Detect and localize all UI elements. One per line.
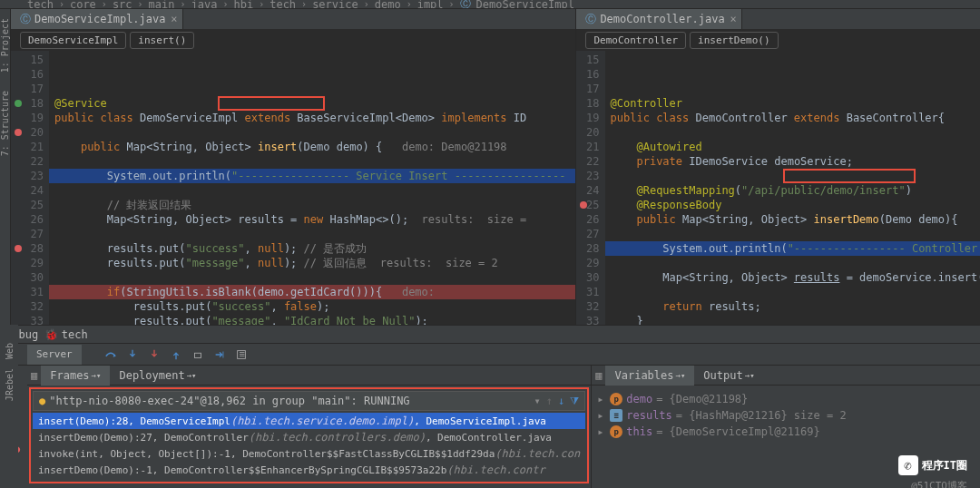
wechat-icon: ✆	[898, 455, 918, 475]
step-over-icon[interactable]	[100, 344, 122, 366]
variable-row[interactable]: ▸pdemo = {Demo@21198}	[597, 391, 975, 407]
watermark: ✆ 程序IT圈 @51CTO博客	[898, 455, 967, 475]
project-tool-tab[interactable]: 1: Project	[0, 18, 10, 73]
stack-frame[interactable]: insert(Demo):28, DemoServiceImpl (hbi.te…	[33, 413, 585, 429]
drop-frame-icon[interactable]	[187, 344, 209, 366]
crumb-class[interactable]: DemoController	[585, 32, 686, 49]
debug-panel: Debug 🐞tech Server ≡ ↻ ▶ ■ ●● ⊘ ▦ Frames…	[0, 325, 980, 488]
bug-icon: 🐞	[44, 328, 58, 341]
svg-rect-0	[194, 353, 201, 357]
run-to-cursor-icon[interactable]	[209, 344, 230, 366]
output-tab[interactable]: Output→▾	[694, 366, 763, 386]
stack-frames-list[interactable]: insert(Demo):28, DemoServiceImpl (hbi.te…	[33, 413, 585, 478]
left-tool-strip: 1: Project 7: Structure	[0, 9, 11, 325]
frames-tab[interactable]: Frames→▾	[41, 366, 110, 386]
step-out-icon[interactable]	[165, 344, 187, 366]
variable-row[interactable]: ▸pthis = {DemoServiceImpl@21169}	[597, 424, 975, 440]
file-tab-democontroller[interactable]: ⒸDemoController.java×	[576, 9, 741, 29]
file-tab-demoserviceimpl[interactable]: ⒸDemoServiceImpl.java×	[11, 9, 183, 29]
filter-icon[interactable]: ⧩	[570, 395, 579, 407]
close-icon[interactable]: ×	[730, 13, 736, 25]
force-step-into-icon[interactable]	[143, 344, 165, 366]
frames-icon: ▦	[31, 369, 37, 382]
deployment-tab[interactable]: Deployment→▾	[110, 366, 205, 386]
svg-rect-1	[222, 351, 223, 357]
stack-frame[interactable]: invoke(int, Object, Object[]):-1, DemoCo…	[33, 445, 585, 462]
variables-tab[interactable]: Variables→▾	[605, 366, 694, 386]
server-tab[interactable]: Server	[27, 345, 82, 365]
far-left-strip: Web JRebel	[0, 325, 18, 488]
path-breadcrumbs: tech›core›src›main›java›hbi›tech›service…	[0, 0, 980, 9]
debug-toolbar: Server ≡	[0, 344, 980, 366]
jrebel-tool-tab[interactable]: JRebel	[5, 368, 15, 401]
stack-frame[interactable]: insertDemo(Demo):-1, DemoController$$Enh…	[33, 462, 585, 478]
editor-left: ⒸDemoServiceImpl.java× DemoServiceImpl i…	[11, 9, 576, 325]
crumb-method[interactable]: insertDemo()	[690, 32, 778, 49]
vars-icon: ▦	[595, 369, 602, 382]
svg-text:≡: ≡	[239, 348, 244, 359]
thread-selector[interactable]: ●"http-nio-8080-exec-24"@18,962 in group…	[33, 391, 585, 411]
crumb-class[interactable]: DemoServiceImpl	[20, 32, 126, 49]
code-right[interactable]: @Controllerpublic class DemoController e…	[605, 51, 980, 325]
frames-panel: ▦ Frames→▾ Deployment→▾ ●"http-nio-8080-…	[27, 366, 592, 488]
structure-tool-tab[interactable]: 7: Structure	[0, 91, 10, 156]
stack-frame[interactable]: insertDemo(Demo):27, DemoController (hbi…	[33, 429, 585, 445]
close-icon[interactable]: ×	[171, 13, 177, 25]
dropdown-icon[interactable]: ▾	[534, 395, 541, 407]
code-left[interactable]: @Servicepublic class DemoServiceImpl ext…	[49, 51, 575, 325]
prev-frame-icon[interactable]: ↑	[546, 395, 553, 407]
next-frame-icon[interactable]: ↓	[558, 395, 564, 407]
editor-right: ⒸDemoController.java× DemoController ins…	[576, 9, 980, 325]
evaluate-icon[interactable]: ≡	[230, 344, 252, 366]
gutter-right[interactable]: 1516171819202122232425262728293031323334…	[576, 51, 604, 325]
gutter-left[interactable]: 1516171819202122232425262728293031323334…	[11, 51, 49, 325]
web-tool-tab[interactable]: Web	[5, 343, 15, 359]
step-into-icon[interactable]	[122, 344, 143, 366]
debug-header: Debug 🐞tech	[0, 326, 980, 344]
variable-row[interactable]: ▸≡results = {HashMap@21216} size = 2	[597, 407, 975, 424]
crumb-method[interactable]: insert()	[130, 32, 194, 49]
